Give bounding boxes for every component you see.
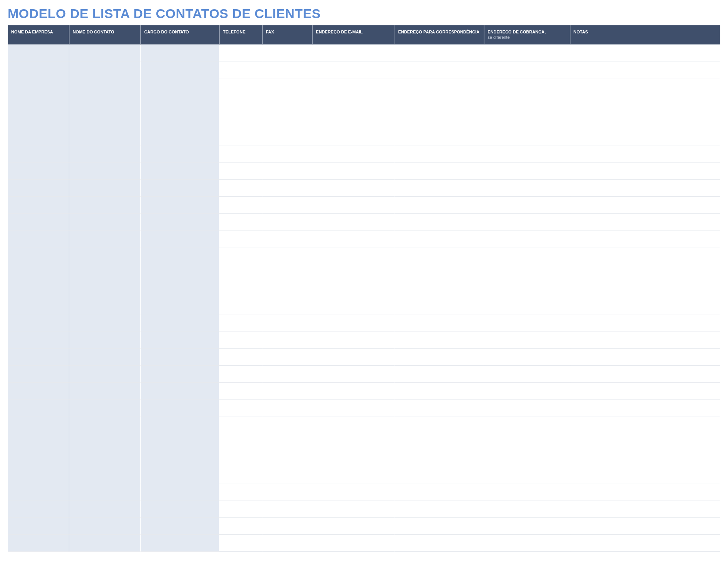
table-cell[interactable] [262, 501, 312, 518]
table-cell[interactable] [484, 163, 570, 180]
table-cell[interactable] [570, 535, 720, 552]
table-cell[interactable] [141, 78, 219, 95]
table-cell[interactable] [484, 332, 570, 349]
table-cell[interactable] [312, 535, 395, 552]
table-cell[interactable] [69, 416, 141, 433]
table-cell[interactable] [312, 163, 395, 180]
table-cell[interactable] [484, 450, 570, 467]
table-cell[interactable] [262, 230, 312, 247]
table-cell[interactable] [312, 315, 395, 332]
table-cell[interactable] [395, 197, 484, 214]
table-cell[interactable] [395, 95, 484, 112]
table-cell[interactable] [219, 230, 262, 247]
table-cell[interactable] [312, 501, 395, 518]
table-cell[interactable] [484, 366, 570, 383]
table-cell[interactable] [262, 484, 312, 501]
table-cell[interactable] [69, 501, 141, 518]
table-cell[interactable] [219, 247, 262, 264]
table-cell[interactable] [141, 332, 219, 349]
table-cell[interactable] [219, 264, 262, 281]
table-cell[interactable] [262, 315, 312, 332]
table-cell[interactable] [262, 112, 312, 129]
table-cell[interactable] [141, 129, 219, 146]
table-cell[interactable] [141, 467, 219, 484]
table-cell[interactable] [312, 180, 395, 197]
table-cell[interactable] [69, 95, 141, 112]
table-cell[interactable] [141, 180, 219, 197]
table-cell[interactable] [141, 146, 219, 163]
table-cell[interactable] [141, 61, 219, 78]
table-cell[interactable] [141, 484, 219, 501]
table-cell[interactable] [219, 400, 262, 416]
table-cell[interactable] [395, 332, 484, 349]
table-cell[interactable] [219, 214, 262, 230]
table-cell[interactable] [219, 450, 262, 467]
table-cell[interactable] [312, 298, 395, 315]
table-cell[interactable] [8, 332, 69, 349]
table-cell[interactable] [312, 349, 395, 366]
table-cell[interactable] [395, 163, 484, 180]
table-cell[interactable] [395, 315, 484, 332]
table-cell[interactable] [219, 180, 262, 197]
table-cell[interactable] [219, 366, 262, 383]
table-cell[interactable] [69, 281, 141, 298]
table-cell[interactable] [570, 400, 720, 416]
table-cell[interactable] [484, 230, 570, 247]
table-cell[interactable] [141, 264, 219, 281]
table-cell[interactable] [395, 349, 484, 366]
table-cell[interactable] [312, 95, 395, 112]
table-cell[interactable] [8, 366, 69, 383]
table-cell[interactable] [484, 146, 570, 163]
table-cell[interactable] [395, 112, 484, 129]
table-cell[interactable] [219, 332, 262, 349]
table-cell[interactable] [395, 298, 484, 315]
table-cell[interactable] [8, 146, 69, 163]
table-cell[interactable] [484, 264, 570, 281]
table-cell[interactable] [570, 163, 720, 180]
table-cell[interactable] [69, 197, 141, 214]
table-cell[interactable] [395, 281, 484, 298]
table-cell[interactable] [262, 247, 312, 264]
table-cell[interactable] [262, 197, 312, 214]
table-cell[interactable] [262, 518, 312, 535]
table-cell[interactable] [570, 129, 720, 146]
table-cell[interactable] [395, 467, 484, 484]
table-cell[interactable] [141, 433, 219, 450]
table-cell[interactable] [262, 180, 312, 197]
table-cell[interactable] [312, 129, 395, 146]
table-cell[interactable] [570, 501, 720, 518]
table-cell[interactable] [484, 383, 570, 400]
table-cell[interactable] [395, 214, 484, 230]
table-cell[interactable] [312, 400, 395, 416]
table-cell[interactable] [141, 112, 219, 129]
table-cell[interactable] [8, 416, 69, 433]
table-cell[interactable] [484, 349, 570, 366]
table-cell[interactable] [395, 433, 484, 450]
table-cell[interactable] [8, 484, 69, 501]
table-cell[interactable] [141, 450, 219, 467]
table-cell[interactable] [8, 518, 69, 535]
table-cell[interactable] [395, 45, 484, 61]
table-cell[interactable] [262, 433, 312, 450]
table-cell[interactable] [395, 383, 484, 400]
table-cell[interactable] [570, 95, 720, 112]
table-cell[interactable] [262, 383, 312, 400]
table-cell[interactable] [8, 61, 69, 78]
table-cell[interactable] [484, 518, 570, 535]
table-cell[interactable] [69, 535, 141, 552]
table-cell[interactable] [570, 349, 720, 366]
table-cell[interactable] [570, 315, 720, 332]
table-cell[interactable] [8, 501, 69, 518]
table-cell[interactable] [219, 349, 262, 366]
table-cell[interactable] [395, 501, 484, 518]
table-cell[interactable] [262, 332, 312, 349]
table-cell[interactable] [570, 180, 720, 197]
table-cell[interactable] [312, 197, 395, 214]
table-cell[interactable] [8, 95, 69, 112]
table-cell[interactable] [69, 467, 141, 484]
table-cell[interactable] [69, 315, 141, 332]
table-cell[interactable] [141, 163, 219, 180]
table-cell[interactable] [141, 298, 219, 315]
table-cell[interactable] [484, 467, 570, 484]
table-cell[interactable] [8, 197, 69, 214]
